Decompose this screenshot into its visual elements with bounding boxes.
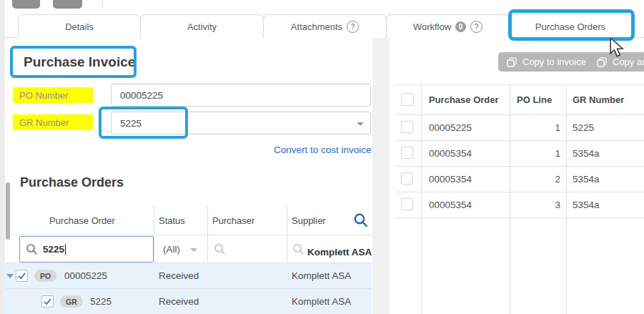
toolbar-button-left[interactable] xyxy=(12,0,40,9)
purchase-order-filter-value: 5225 xyxy=(43,244,64,255)
right-col-header-purchase-order[interactable]: Purchase Order xyxy=(429,94,499,105)
copy-icon xyxy=(507,57,517,67)
po-number-input[interactable]: 00005225 xyxy=(111,84,371,107)
gr-number-value: 5225 xyxy=(120,118,142,129)
supplier-filter-input[interactable]: Komplett ASA xyxy=(307,245,372,258)
page-title: Purchase Invoice xyxy=(24,54,135,70)
left-table-header-divider xyxy=(11,235,372,235)
left-scrollbar-thumb[interactable] xyxy=(6,182,10,240)
col-header-supplier[interactable]: Supplier xyxy=(292,215,326,226)
cell-po-line: 1 xyxy=(516,148,560,159)
po-number-label: PO Number xyxy=(13,87,93,103)
tab-activity-label: Activity xyxy=(187,21,217,32)
table-row[interactable]: 00005354 2 5354a xyxy=(390,166,644,192)
col-header-purchaser[interactable]: Purchaser xyxy=(212,215,254,226)
supplier-filter-search-icon[interactable] xyxy=(292,243,304,255)
chevron-down-icon[interactable] xyxy=(357,122,364,126)
po-number-label-text: PO Number xyxy=(19,90,69,101)
row-checkbox[interactable] xyxy=(401,147,413,159)
cell-po-line: 1 xyxy=(516,122,560,133)
gr-number-dropdown[interactable]: 5225 xyxy=(111,112,371,134)
copy-to-invoice-button[interactable]: Copy to invoice xyxy=(498,52,595,72)
tab-workflow-label: Workflow xyxy=(413,21,451,32)
po-supplier-cell: Komplett ASA xyxy=(292,270,351,281)
attachments-help-icon[interactable]: ? xyxy=(347,21,359,33)
tab-workflow[interactable]: Workflow 0 ? xyxy=(386,14,510,38)
gr-row-checkbox[interactable] xyxy=(41,295,54,308)
cell-purchase-order: 00005354 xyxy=(429,200,472,210)
cell-purchase-order: 00005354 xyxy=(429,148,472,159)
tab-details-label: Details xyxy=(65,21,94,32)
table-row[interactable]: 00005225 1 5225 xyxy=(390,114,644,140)
copy-icon xyxy=(597,57,607,67)
cell-gr-number: 5354a xyxy=(573,174,600,185)
text-cursor xyxy=(65,244,66,255)
purchase-orders-section-title: Purchase Orders xyxy=(20,175,124,190)
po-row-checkbox[interactable] xyxy=(16,270,28,282)
search-icon[interactable] xyxy=(353,212,369,228)
check-icon xyxy=(17,271,26,280)
status-filter-dropdown[interactable]: (All) xyxy=(163,244,180,255)
po-type-badge: PO xyxy=(34,270,56,282)
cell-gr-number: 5225 xyxy=(573,122,594,133)
right-col-header-po-line[interactable]: PO Line xyxy=(517,94,552,105)
cell-purchase-order: 00005354 xyxy=(429,174,472,185)
app-window: Details Activity Attachments ? Workflow … xyxy=(0,0,644,314)
col-header-purchase-order[interactable]: Purchase Order xyxy=(11,215,154,226)
right-table-top-border xyxy=(395,84,644,85)
search-icon xyxy=(26,243,38,255)
workflow-help-icon[interactable]: ? xyxy=(470,21,482,33)
table-row-gr[interactable]: GR 5225 Received Komplett ASA xyxy=(4,289,372,314)
cell-purchase-order: 00005225 xyxy=(429,122,472,133)
purchase-order-filter-input[interactable]: 5225 xyxy=(19,236,154,263)
purchaser-filter-search-icon[interactable] xyxy=(214,243,226,255)
cell-po-line: 2 xyxy=(516,174,560,185)
row-checkbox[interactable] xyxy=(401,172,413,185)
gr-number-label: GR Number xyxy=(13,114,93,130)
cell-gr-number: 5354a xyxy=(573,200,600,210)
tab-activity[interactable]: Activity xyxy=(140,14,264,38)
gr-number-cell: 5225 xyxy=(90,296,112,307)
po-number-value: 00005225 xyxy=(120,90,163,101)
check-icon xyxy=(43,297,52,306)
toolbar-button-right[interactable] xyxy=(53,0,82,9)
copy-to-invoice-label: Copy to invoice xyxy=(522,57,586,67)
copy-and-label: Copy an xyxy=(613,57,644,67)
convert-to-cost-invoice-link[interactable]: Convert to cost invoice xyxy=(274,144,372,155)
po-number-cell: 00005225 xyxy=(64,270,107,281)
po-status-cell: Received xyxy=(159,270,199,281)
gr-type-badge: GR xyxy=(60,295,83,308)
row-checkbox[interactable] xyxy=(401,121,413,133)
col-header-status[interactable]: Status xyxy=(159,215,185,226)
table-row-po[interactable]: PO 00005225 Received Komplett ASA xyxy=(4,263,372,288)
right-col-header-gr-number[interactable]: GR Number xyxy=(573,94,624,105)
chevron-down-icon[interactable] xyxy=(190,248,197,252)
tab-details[interactable]: Details xyxy=(18,14,141,38)
toolbar-divider xyxy=(102,0,103,6)
mouse-cursor xyxy=(609,38,626,58)
supplier-filter-value: Komplett ASA xyxy=(307,247,372,257)
gr-number-label-text: GR Number xyxy=(19,117,69,128)
tab-purchase-orders[interactable]: Purchase Orders xyxy=(509,14,632,38)
table-row[interactable]: 00005354 3 5354a xyxy=(390,192,644,217)
gr-supplier-cell: Komplett ASA xyxy=(292,296,351,307)
workflow-count-badge: 0 xyxy=(455,21,466,32)
panel-gap xyxy=(372,38,390,314)
tab-purchase-orders-label: Purchase Orders xyxy=(535,21,605,32)
cell-gr-number: 5354a xyxy=(573,148,600,159)
tab-attachments-label: Attachments xyxy=(291,21,342,32)
tab-attachments[interactable]: Attachments ? xyxy=(263,14,387,38)
cell-po-line: 3 xyxy=(516,200,560,210)
collapse-arrow-icon[interactable] xyxy=(6,274,14,278)
gr-status-cell: Received xyxy=(159,296,199,307)
row-checkbox[interactable] xyxy=(401,198,413,210)
table-row[interactable]: 00005354 1 5354a xyxy=(390,140,644,166)
row-divider xyxy=(395,217,644,218)
select-all-checkbox[interactable] xyxy=(401,93,414,106)
